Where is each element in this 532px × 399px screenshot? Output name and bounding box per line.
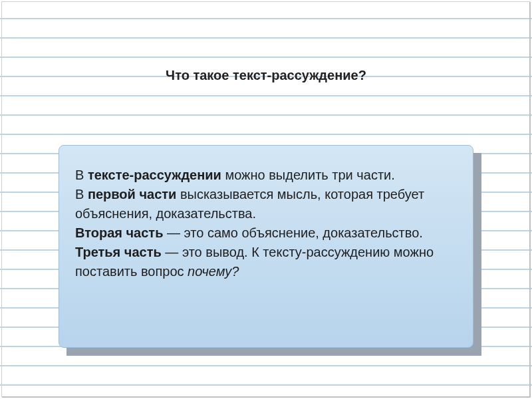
t3b: — это само объяснение, доказательство. [163, 225, 422, 240]
slide-title: Что такое текст-рассуждение? [0, 68, 532, 83]
t1: В [75, 168, 88, 182]
content-card: В тексте-рассуждении можно выделить три … [59, 145, 473, 348]
t1c: можно выделить три части. [221, 168, 395, 182]
card-body: В тексте-рассуждении можно выделить три … [59, 145, 473, 348]
t3a: Вторая часть [75, 225, 163, 240]
t1b: тексте-рассуждении [88, 168, 221, 182]
definition-text: В тексте-рассуждении можно выделить три … [75, 166, 457, 281]
t4a: Третья часть [75, 245, 162, 259]
t2: В [75, 187, 88, 201]
t2b: первой части [88, 187, 176, 201]
t4c: почему? [188, 264, 239, 279]
